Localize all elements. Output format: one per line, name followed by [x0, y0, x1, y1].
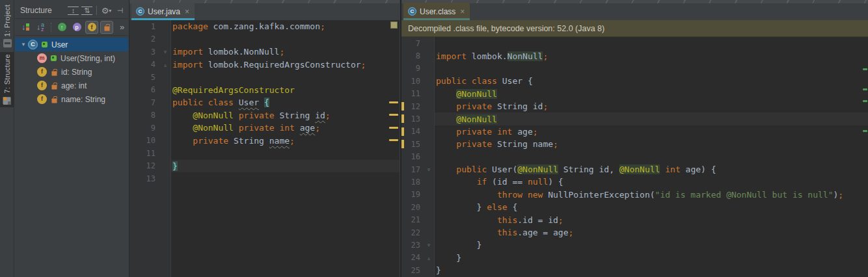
tab-user-java[interactable]: C User.java × — [131, 3, 195, 20]
line-number[interactable]: 21 — [401, 213, 423, 226]
selected-tab-underline — [403, 18, 470, 20]
fold-column — [423, 75, 435, 87]
line-number[interactable]: 15 — [401, 138, 423, 150]
code-text: import lombok.RequiredArgsConstructor; — [171, 59, 400, 72]
fold-column — [423, 62, 435, 75]
code-line: 19 throw new NullPointerException("id is… — [401, 189, 868, 201]
change-stripe-mark[interactable] — [389, 127, 398, 129]
project-tool-button[interactable]: 1: Project — [0, 3, 14, 49]
line-number[interactable]: 8 — [401, 49, 423, 62]
line-number[interactable]: 18 — [401, 176, 423, 188]
fold-column — [159, 135, 171, 148]
line-number[interactable]: 7 — [401, 37, 423, 49]
line-number[interactable]: 7 — [129, 96, 159, 109]
fold-up-icon[interactable]: ▵ — [159, 59, 171, 72]
code-text: } else { — [435, 201, 868, 213]
line-number[interactable]: 17 — [401, 163, 423, 176]
hide-panel-icon[interactable]: ⊣ — [115, 5, 126, 16]
change-stripe-mark[interactable] — [389, 101, 398, 103]
code-area-java[interactable]: 1package com.zang.kafka.common;23▿import… — [129, 20, 400, 277]
code-line: 11 — [129, 147, 400, 160]
more-options-icon[interactable]: » — [115, 21, 128, 34]
line-number[interactable]: 3 — [129, 46, 159, 59]
fold-down-icon[interactable]: ▿ — [423, 163, 435, 176]
line-number[interactable]: 25 — [401, 264, 423, 276]
structure-tool-button[interactable]: 7: Structure — [0, 52, 14, 107]
collapse-all-icon[interactable]: ⇅ — [81, 7, 92, 15]
show-inherited-icon[interactable]: ↑ — [55, 21, 68, 34]
fold-column — [159, 160, 171, 173]
tree-row[interactable]: mUser(String, int) — [15, 51, 128, 65]
line-number[interactable]: 1 — [129, 20, 159, 33]
tree-row[interactable]: ▼CUser — [15, 38, 128, 51]
line-number[interactable]: 13 — [129, 172, 159, 185]
change-stripe-mark[interactable] — [863, 130, 867, 132]
show-properties-icon[interactable]: p — [70, 21, 83, 34]
tab-user-class[interactable]: C User.class × — [403, 3, 470, 20]
fold-down-icon[interactable]: ▿ — [159, 46, 171, 59]
line-number[interactable]: 19 — [401, 189, 423, 201]
private-lock-icon — [49, 82, 59, 90]
fold-column — [423, 213, 435, 226]
line-number[interactable]: 8 — [129, 109, 159, 122]
code-area-class[interactable]: 78import lombok.NonNull;910public class … — [401, 37, 868, 277]
line-number[interactable]: 12 — [401, 100, 423, 112]
line-number[interactable]: 16 — [401, 151, 423, 163]
show-non-public-icon[interactable] — [100, 21, 113, 34]
fold-column — [423, 226, 435, 239]
line-number[interactable]: 4 — [129, 59, 159, 72]
code-text — [435, 37, 868, 49]
tree-row[interactable]: fage: int — [15, 79, 128, 92]
change-stripe-mark[interactable] — [389, 114, 398, 116]
change-stripe-mark[interactable] — [389, 139, 398, 141]
show-fields-icon[interactable]: f — [85, 21, 98, 34]
line-number[interactable]: 14 — [401, 125, 423, 138]
line-number[interactable]: 23 — [401, 239, 423, 251]
tab-close-icon[interactable]: × — [185, 7, 189, 16]
line-number[interactable]: 9 — [129, 122, 159, 135]
code-line: 7 — [401, 37, 868, 49]
line-number[interactable]: 2 — [129, 33, 159, 46]
change-stripe-mark[interactable] — [863, 100, 867, 102]
line-number[interactable]: 22 — [401, 226, 423, 239]
field-glyph: f — [37, 81, 47, 90]
line-number[interactable]: 12 — [129, 160, 159, 173]
code-text: package com.zang.kafka.common; — [171, 20, 400, 33]
fold-up-icon[interactable]: ▵ — [423, 252, 435, 264]
line-number[interactable]: 11 — [129, 147, 159, 160]
code-line: 13 @NonNull — [401, 112, 868, 125]
tree-row[interactable]: fid: String — [15, 65, 128, 79]
line-number[interactable]: 11 — [401, 88, 423, 100]
sort-by-visibility-icon[interactable]: ↓ — [19, 21, 32, 34]
change-stripe-mark[interactable] — [863, 68, 867, 70]
line-number[interactable]: 6 — [129, 84, 159, 97]
code-text: @NonNull private int age; — [171, 122, 400, 135]
line-number[interactable]: 5 — [129, 71, 159, 84]
code-line: 14 private int age; — [401, 125, 868, 138]
sort-alphabetically-icon[interactable]: ↓az — [34, 21, 47, 34]
line-number[interactable]: 10 — [401, 75, 423, 87]
code-text: } — [435, 239, 868, 251]
change-stripe-mark[interactable] — [863, 88, 867, 90]
fold-down-icon[interactable]: ▿ — [423, 239, 435, 251]
settings-gear-icon[interactable]: ⚙▾ — [101, 5, 112, 16]
code-line: 9 — [401, 62, 868, 75]
code-line: 10public class User { — [401, 75, 868, 87]
fold-column — [159, 84, 171, 97]
line-number[interactable]: 9 — [401, 62, 423, 75]
field-glyph: f — [37, 67, 47, 77]
code-line: 13 — [129, 172, 400, 185]
structure-tool-label: 7: Structure — [3, 54, 11, 93]
code-line: 2 — [129, 33, 400, 46]
code-text: } — [171, 160, 400, 173]
line-number[interactable]: 10 — [129, 135, 159, 148]
tree-row[interactable]: fname: String — [15, 92, 128, 106]
line-number[interactable]: 13 — [401, 112, 423, 125]
tab-close-icon[interactable]: × — [460, 7, 465, 16]
code-line: 16 — [401, 151, 868, 163]
expand-all-icon[interactable]: ↕ — [68, 7, 79, 15]
field-glyph: f — [37, 94, 47, 104]
expand-arrow-icon[interactable]: ▼ — [19, 42, 28, 47]
line-number[interactable]: 24 — [401, 252, 423, 264]
line-number[interactable]: 20 — [401, 201, 423, 213]
